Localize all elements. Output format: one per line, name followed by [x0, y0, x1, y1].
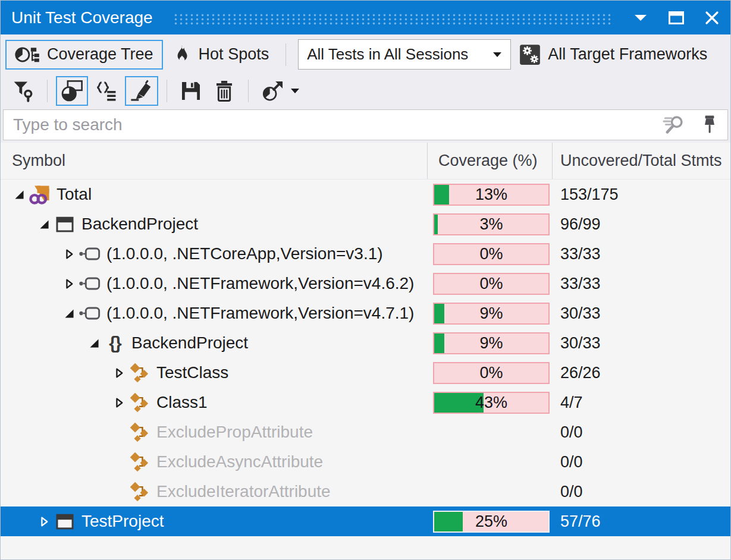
window-title: Unit Test Coverage: [11, 8, 153, 27]
expander-icon[interactable]: [110, 367, 128, 379]
coverage-tree-icon: [15, 45, 40, 65]
namespace-icon: {}: [103, 333, 127, 353]
frameworks-icon: [519, 44, 541, 65]
expander-icon[interactable]: [35, 516, 53, 527]
table-row[interactable]: ExcludeIteratorAttribute 0/0: [1, 477, 730, 506]
hot-spots-label: Hot Spots: [199, 45, 269, 64]
coverage-bar: 3%: [433, 213, 550, 235]
search-box[interactable]: [3, 109, 728, 140]
symbol-cell: ExcludePropAttribute: [1, 417, 427, 447]
symbol-cell: TestClass: [1, 358, 427, 388]
uncovered-total-value: 26/26: [552, 364, 730, 382]
symbol-label: Total: [57, 185, 92, 204]
search-input[interactable]: [13, 115, 662, 134]
table-row[interactable]: BackendProject 3% 96/99: [1, 209, 730, 239]
maximize-icon[interactable]: [667, 9, 685, 27]
target-frameworks-label: All Target Frameworks: [548, 45, 707, 64]
coverage-cell: 0%: [427, 358, 552, 388]
trash-button[interactable]: [209, 76, 240, 106]
column-header-symbol[interactable]: Symbol: [1, 143, 427, 179]
coverage-percent-label: 43%: [434, 393, 548, 413]
coverage-cell: 43%: [427, 388, 552, 417]
expander-icon[interactable]: [60, 309, 78, 319]
assembly-icon: [78, 246, 102, 262]
flame-icon: [172, 43, 192, 66]
coverage-cell: 25%: [427, 506, 552, 536]
column-header-uncovered-total[interactable]: Uncovered/Total Stmts: [552, 143, 730, 179]
symbol-cell: ExcludeAsyncAttribute: [1, 447, 427, 477]
symbol-label: BackendProject: [81, 215, 198, 234]
coverage-tree-grid: Total 13% 153/175 BackendProject 3% 96/9…: [1, 180, 730, 559]
filter-icon: [12, 80, 34, 102]
symbol-label: ExcludeAsyncAttribute: [156, 452, 323, 471]
symbol-cell: Total: [1, 180, 427, 209]
export-icon: [262, 80, 284, 102]
expander-icon[interactable]: [10, 190, 28, 200]
coverage-cell: 3%: [427, 209, 552, 239]
chevron-down-icon[interactable]: [632, 9, 650, 27]
table-row[interactable]: TestProject 25% 57/76: [1, 506, 730, 536]
coverage-tree-button[interactable]: Coverage Tree: [5, 40, 163, 70]
export-button[interactable]: [257, 76, 305, 106]
close-icon[interactable]: [703, 9, 721, 27]
caret-down-icon[interactable]: [492, 52, 502, 58]
search-icon[interactable]: [662, 114, 686, 136]
pie-chart-icon: [61, 80, 83, 102]
table-row[interactable]: (1.0.0.0, .NETFramework,Version=v4.6.2) …: [1, 269, 730, 298]
uncovered-total-value: 57/76: [552, 512, 730, 531]
titlebar-drag-grip[interactable]: [173, 13, 614, 25]
sessions-dropdown-value: All Tests in All Sessions: [307, 45, 492, 64]
symbol-label: TestClass: [156, 363, 228, 382]
coverage-percent-label: 0%: [434, 274, 548, 294]
expander-icon[interactable]: [35, 219, 53, 229]
sessions-dropdown[interactable]: All Tests in All Sessions: [298, 39, 511, 70]
expander-icon[interactable]: [85, 338, 103, 348]
expander-icon[interactable]: [110, 397, 128, 408]
coverage-percent-label: 25%: [434, 512, 548, 531]
coverage-percent-label: 0%: [434, 244, 548, 264]
coverage-percent-label: 13%: [434, 185, 548, 205]
braces-button[interactable]: [90, 76, 123, 106]
symbol-label: ExcludeIteratorAttribute: [156, 482, 331, 501]
toolbar-separator: [167, 80, 167, 102]
table-row[interactable]: Total 13% 153/175: [1, 180, 730, 209]
assembly-icon: [78, 275, 102, 292]
coverage-bar: 9%: [433, 303, 550, 325]
titlebar[interactable]: Unit Test Coverage: [1, 1, 730, 34]
search-row: [1, 108, 730, 143]
table-row[interactable]: {} BackendProject 9% 30/33: [1, 328, 730, 358]
coverage-cell: 0%: [427, 239, 552, 269]
class-icon: [128, 421, 152, 443]
table-row[interactable]: (1.0.0.0, .NETCoreApp,Version=v3.1) 0% 3…: [1, 239, 730, 269]
table-row[interactable]: ExcludePropAttribute 0/0: [1, 417, 730, 447]
dropdown-caret-icon[interactable]: [290, 88, 300, 94]
uncovered-total-value: 30/33: [552, 334, 730, 353]
symbol-label: BackendProject: [131, 334, 248, 353]
pin-icon[interactable]: [701, 115, 718, 135]
coverage-bar: 0%: [433, 243, 550, 265]
expander-icon[interactable]: [60, 278, 78, 290]
coverage-bar: 25%: [433, 511, 550, 533]
table-row[interactable]: ExcludeAsyncAttribute 0/0: [1, 447, 730, 477]
table-row[interactable]: (1.0.0.0, .NETFramework,Version=v4.7.1) …: [1, 298, 730, 328]
empty-area: [1, 536, 730, 559]
project-icon: [53, 511, 77, 531]
symbol-label: ExcludePropAttribute: [156, 423, 313, 442]
pie-chart-button[interactable]: [56, 76, 88, 106]
solution-icon: [28, 183, 52, 206]
coverage-tree-label: Coverage Tree: [47, 45, 153, 64]
target-frameworks-button[interactable]: All Target Frameworks: [519, 44, 707, 65]
trash-icon: [214, 80, 234, 102]
symbol-cell: BackendProject: [1, 209, 427, 239]
hot-spots-button[interactable]: Hot Spots: [163, 40, 279, 70]
expander-icon[interactable]: [60, 248, 78, 260]
table-row[interactable]: TestClass 0% 26/26: [1, 358, 730, 388]
coverage-cell: 13%: [427, 180, 552, 209]
filter-button[interactable]: [8, 76, 39, 106]
highlighter-button[interactable]: [125, 76, 158, 106]
table-row[interactable]: Class1 43% 4/7: [1, 388, 730, 417]
column-header-coverage[interactable]: Coverage (%): [427, 143, 552, 179]
toolbar-separator: [47, 80, 48, 102]
save-button[interactable]: [175, 76, 206, 106]
coverage-cell: 0%: [427, 269, 552, 298]
